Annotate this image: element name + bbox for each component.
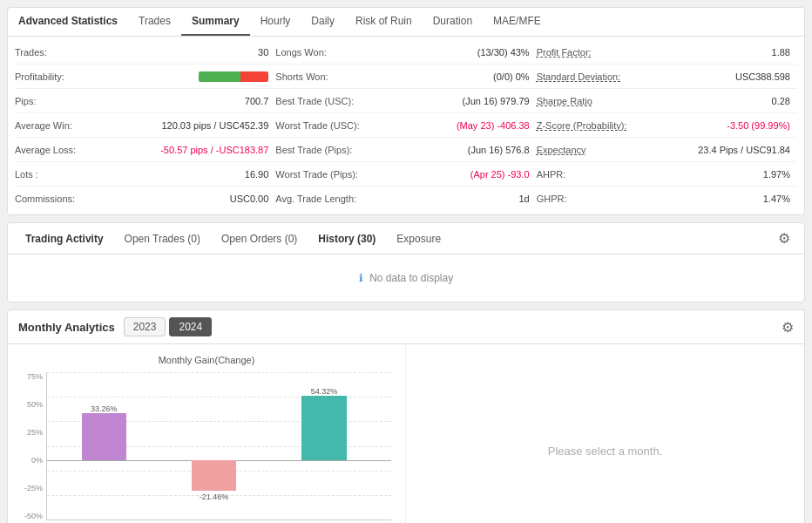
tab-open-orders[interactable]: Open Orders (0): [211, 224, 308, 254]
y-label-25: 25%: [27, 428, 43, 437]
y-label-neg25: -25%: [24, 484, 43, 492]
info-icon: ℹ: [359, 272, 363, 284]
value-best-trade-usc: (Jun 16) 979.79: [463, 96, 530, 106]
stat-lots: Lots : 16.90: [15, 162, 275, 187]
year-btn-2024[interactable]: 2024: [169, 317, 212, 336]
stat-profit-factor: Profit Factor: 1.88: [537, 40, 797, 65]
label-best-trade-pips: Best Trade (Pips):: [275, 145, 352, 155]
stat-avg-trade-length: Avg. Trade Length: 1d: [275, 187, 536, 211]
value-trades: 30: [258, 47, 268, 58]
value-std-dev: USC388.598: [735, 71, 790, 82]
label-longs-won: Longs Won:: [275, 47, 327, 58]
stat-ahpr: AHPR: 1.97%: [537, 162, 797, 187]
tab-daily[interactable]: Daily: [301, 8, 345, 36]
y-label-75: 75%: [27, 372, 43, 381]
stats-col2: Longs Won: (13/30) 43% Shorts Won: (0/0)…: [275, 40, 536, 211]
activity-header: Trading Activity Open Trades (0) Open Or…: [8, 223, 804, 255]
select-month-text: Please select a month.: [548, 445, 663, 458]
value-avg-trade-length: 1d: [518, 194, 529, 204]
label-sharpe: Sharpe Ratio: [537, 96, 592, 106]
stat-worst-trade-usc: Worst Trade (USC): (May 23) -406.38: [275, 113, 536, 138]
tab-trades[interactable]: Trades: [128, 8, 181, 36]
stat-zscore: Z-Score (Probability): -3.50 (99.99%): [537, 113, 797, 138]
tab-history[interactable]: History (30): [308, 224, 386, 254]
chart-area: Monthly Gain(Change) 75% 50% 25% 0% -25%…: [8, 344, 406, 523]
label-zscore: Z-Score (Probability):: [537, 120, 627, 131]
y-label-0: 0%: [31, 456, 43, 465]
no-data-message: ℹ No data to display: [8, 255, 804, 302]
label-avg-loss: Average Loss:: [15, 145, 76, 155]
monthly-content: Monthly Gain(Change) 75% 50% 25% 0% -25%…: [8, 344, 804, 523]
value-ghpr: 1.47%: [763, 194, 790, 204]
label-std-dev: Standard Deviation:: [537, 71, 621, 82]
y-axis: 75% 50% 25% 0% -25% -50%: [18, 372, 46, 520]
stat-best-trade-pips: Best Trade (Pips): (Jun 16) 576.8: [275, 138, 536, 162]
stat-best-trade-usc: Best Trade (USC): (Jun 16) 979.79: [275, 89, 536, 113]
value-longs-won: (13/30) 43%: [477, 47, 530, 58]
chart-title: Monthly Gain(Change): [18, 355, 395, 365]
label-expectancy: Expectancy: [537, 145, 586, 155]
value-best-trade-pips: (Jun 16) 576.8: [468, 145, 530, 155]
value-avg-win: 120.03 pips / USC452.39: [161, 120, 268, 131]
value-expectancy: 23.4 Pips / USC91.84: [698, 145, 790, 155]
tab-mae-mfe[interactable]: MAE/MFE: [483, 8, 551, 36]
label-profit-factor: Profit Factor:: [537, 47, 592, 58]
monthly-filter-icon[interactable]: ⚙: [782, 319, 794, 336]
stat-std-dev: Standard Deviation: USC388.598: [537, 65, 797, 89]
value-lots: 16.90: [245, 169, 269, 180]
tab-summary[interactable]: Summary: [181, 8, 250, 36]
year-btn-2023[interactable]: 2023: [124, 317, 166, 336]
stats-col3: Profit Factor: 1.88 Standard Deviation: …: [537, 40, 797, 211]
monthly-title: Monthly Analytics: [18, 321, 115, 334]
label-ghpr: GHPR:: [537, 194, 567, 204]
tab-open-trades[interactable]: Open Trades (0): [114, 224, 211, 254]
stat-avg-loss: Average Loss: -50.57 pips / -USC183.87: [15, 138, 275, 162]
value-shorts-won: (0/0) 0%: [493, 71, 530, 82]
y-label-neg50: -50%: [24, 512, 43, 520]
label-commissions: Commissions:: [15, 194, 75, 204]
value-pips: 700.7: [245, 96, 269, 106]
filter-icon[interactable]: ⚙: [771, 223, 797, 254]
value-commissions: USC0.00: [230, 194, 269, 204]
value-zscore: -3.50 (99.99%): [727, 120, 790, 131]
y-label-50: 50%: [27, 400, 43, 409]
tab-hourly[interactable]: Hourly: [250, 8, 301, 36]
stat-ghpr: GHPR: 1.47%: [537, 187, 797, 211]
trading-activity-panel: Trading Activity Open Trades (0) Open Or…: [7, 222, 805, 302]
profit-red: [240, 71, 268, 82]
label-worst-trade-usc: Worst Trade (USC):: [275, 120, 359, 131]
stat-commissions: Commissions: USC0.00: [15, 187, 275, 211]
chart-wrapper: 75% 50% 25% 0% -25% -50%: [18, 372, 395, 523]
tab-exposure[interactable]: Exposure: [386, 224, 451, 254]
label-pips: Pips:: [15, 96, 36, 106]
panel-tabs: Advanced Statistics Trades Summary Hourl…: [8, 8, 804, 37]
profit-green: [199, 71, 240, 82]
label-best-trade-usc: Best Trade (USC):: [275, 96, 354, 106]
bar-apr: [82, 413, 126, 460]
tab-duration[interactable]: Duration: [423, 8, 483, 36]
tab-risk-of-ruin[interactable]: Risk of Ruin: [345, 8, 423, 36]
no-data-text: No data to display: [369, 272, 453, 284]
bar-may: [192, 460, 236, 491]
main-container: Advanced Statistics Trades Summary Hourl…: [0, 0, 812, 523]
label-avg-win: Average Win:: [15, 120, 72, 131]
bar-value-jun: 54.32%: [301, 387, 346, 396]
stats-grid: Trades: 30 Profitability: Pips: 700.7 Av…: [8, 37, 804, 214]
label-worst-trade-pips: Worst Trade (Pips):: [275, 169, 358, 180]
stat-worst-trade-pips: Worst Trade (Pips): (Apr 25) -93.0: [275, 162, 536, 187]
stats-section-label: Advanced Statistics: [15, 8, 128, 36]
stat-profitability: Profitability:: [15, 65, 275, 89]
monthly-analytics-panel: Monthly Analytics 2023 2024 ⚙ Monthly Ga…: [7, 309, 805, 523]
stats-col1: Trades: 30 Profitability: Pips: 700.7 Av…: [15, 40, 275, 211]
stat-pips: Pips: 700.7: [15, 89, 275, 113]
bar-value-apr: 33.26%: [82, 404, 126, 413]
value-worst-trade-usc: (May 23) -406.38: [457, 120, 530, 131]
monthly-header: Monthly Analytics 2023 2024 ⚙: [8, 310, 804, 344]
advanced-stats-panel: Advanced Statistics Trades Summary Hourl…: [7, 7, 805, 215]
label-ahpr: AHPR:: [537, 169, 566, 180]
stat-longs-won: Longs Won: (13/30) 43%: [275, 40, 536, 65]
value-avg-loss: -50.57 pips / -USC183.87: [160, 145, 268, 155]
chart-inner: 33.26% -21.46% 54.32%: [46, 372, 391, 520]
stat-trades: Trades: 30: [15, 40, 275, 65]
value-ahpr: 1.97%: [763, 169, 790, 180]
